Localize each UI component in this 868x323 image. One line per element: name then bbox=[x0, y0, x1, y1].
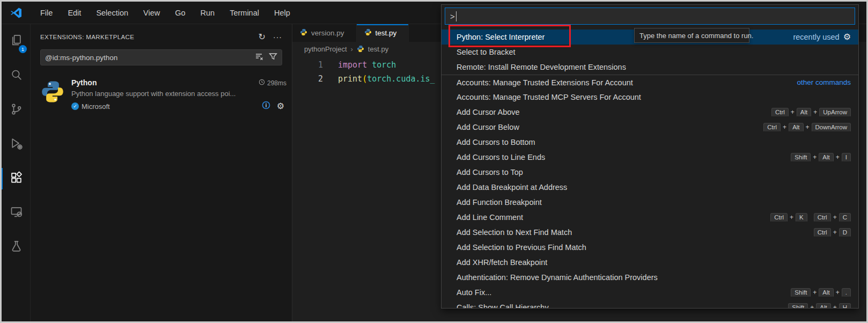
extension-search-input[interactable]: @id:ms-python.python bbox=[40, 49, 282, 65]
command-label: Select to Bracket bbox=[457, 48, 851, 56]
breadcrumb-item[interactable]: test.py bbox=[368, 45, 388, 53]
command-row[interactable]: Calls: Show Call HierarchyShift+Alt+H bbox=[442, 300, 858, 308]
menu-edit[interactable]: Edit bbox=[62, 6, 86, 19]
keybinding: Ctrl+Alt+UpArrow bbox=[771, 108, 851, 117]
configure-keybinding-gear-icon[interactable]: ⚙ bbox=[843, 33, 851, 41]
group-label: recently used⚙ bbox=[793, 33, 851, 41]
command-row[interactable]: Add Selection to Previous Find Match bbox=[442, 240, 858, 255]
command-row[interactable]: Accounts: Manage Trusted Extensions For … bbox=[442, 75, 858, 90]
command-label: Add XHR/fetch Breakpoint bbox=[457, 258, 851, 267]
filter-icon[interactable] bbox=[269, 52, 277, 63]
vscode-window: FileEditSelectionViewGoRunTerminalHelp 1… bbox=[0, 0, 868, 323]
python-extension-icon bbox=[40, 79, 65, 104]
command-row[interactable]: Add Line CommentCtrl+KCtrl+C bbox=[442, 210, 858, 225]
command-list: Python: Select Interpreterrecently used⚙… bbox=[442, 30, 858, 308]
text-caret bbox=[456, 11, 457, 21]
keybinding-chip: Ctrl bbox=[814, 213, 831, 222]
menu-help[interactable]: Help bbox=[269, 6, 296, 19]
activity-extensions[interactable] bbox=[2, 162, 31, 196]
keybinding-chip: D bbox=[839, 228, 851, 237]
keybinding-chip: Ctrl bbox=[763, 123, 781, 132]
command-row[interactable]: Add Cursors to Line EndsShift+Alt+I bbox=[442, 150, 858, 165]
keybinding: Shift+Alt+H bbox=[788, 303, 851, 309]
verified-publisher-icon: ✓ bbox=[71, 102, 79, 110]
command-row[interactable]: Authentication: Remove Dynamic Authentic… bbox=[442, 270, 858, 285]
command-label: Add Cursor Above bbox=[457, 108, 771, 116]
search-icon bbox=[9, 68, 24, 84]
extension-publisher: Microsoft bbox=[82, 102, 262, 111]
menu-selection[interactable]: Selection bbox=[91, 6, 134, 19]
command-row[interactable]: Add Cursor AboveCtrl+Alt+UpArrow bbox=[442, 105, 858, 120]
activity-testing[interactable] bbox=[2, 230, 31, 265]
tab-test-py[interactable]: test.py bbox=[357, 24, 409, 42]
command-label: Add Function Breakpoint bbox=[457, 198, 851, 207]
keybinding: Ctrl+KCtrl+C bbox=[770, 213, 851, 222]
command-row[interactable]: Add Cursors to Bottom bbox=[442, 135, 858, 150]
chevron-right-icon: › bbox=[351, 45, 353, 53]
keybinding-chip: Shift bbox=[791, 153, 811, 162]
menu-terminal[interactable]: Terminal bbox=[224, 6, 264, 19]
source-control-icon bbox=[9, 102, 24, 119]
keybinding-chip: Ctrl bbox=[770, 213, 788, 222]
keybinding-chip: Ctrl bbox=[814, 228, 831, 237]
command-row[interactable]: Add XHR/fetch Breakpoint bbox=[442, 255, 858, 270]
menu-file[interactable]: File bbox=[35, 6, 58, 19]
refresh-icon[interactable]: ↻ bbox=[259, 32, 266, 42]
code-text: print(torch.cuda.is_ bbox=[323, 74, 435, 84]
extension-name: Python bbox=[71, 78, 259, 87]
manage-extension-gear-icon[interactable]: ⚙ bbox=[277, 102, 284, 111]
activity-badge: 1 bbox=[19, 45, 27, 53]
keybinding-chip: Ctrl bbox=[771, 108, 789, 117]
keybinding-chip: Alt bbox=[819, 288, 833, 297]
command-label: Accounts: Manage Trusted MCP Servers For… bbox=[457, 93, 851, 101]
command-row[interactable]: Remote: Install Remote Development Exten… bbox=[442, 60, 858, 75]
tab-label: test.py bbox=[376, 29, 397, 37]
tab-version-py[interactable]: version.py bbox=[292, 24, 357, 42]
breadcrumb-item[interactable]: pythonProject bbox=[304, 45, 347, 53]
keybinding-chip: DownArrow bbox=[812, 123, 851, 132]
menu-view[interactable]: View bbox=[138, 6, 165, 19]
clear-search-results-icon[interactable] bbox=[255, 52, 263, 63]
search-value: @id:ms-python.python bbox=[45, 54, 255, 62]
command-palette: > Python: Select Interpreterrecently use… bbox=[441, 4, 859, 309]
command-label: Add Selection to Previous Find Match bbox=[457, 243, 851, 252]
activity-source-control[interactable] bbox=[2, 93, 31, 127]
command-label: Add Cursors to Bottom bbox=[457, 138, 851, 146]
command-row[interactable]: Add Cursor BelowCtrl+Alt+DownArrow bbox=[442, 120, 858, 135]
menu-run[interactable]: Run bbox=[195, 6, 220, 19]
keybinding-chip: Shift bbox=[788, 303, 808, 309]
command-row[interactable]: Add Selection to Next Find MatchCtrl+D bbox=[442, 225, 858, 240]
activity-search[interactable] bbox=[2, 58, 31, 93]
menu-go[interactable]: Go bbox=[170, 6, 190, 19]
command-row[interactable]: Accounts: Manage Trusted MCP Servers For… bbox=[442, 90, 858, 105]
info-icon[interactable] bbox=[262, 101, 270, 112]
sidebar-header: EXTENSIONS: MARKETPLACE ↻ ··· bbox=[31, 24, 292, 47]
command-label: Calls: Show Call Hierarchy bbox=[457, 303, 788, 308]
python-file-icon bbox=[300, 28, 307, 38]
code-text: import torch bbox=[323, 60, 396, 70]
group-label: other commands bbox=[797, 78, 851, 86]
command-row[interactable]: Add Data Breakpoint at Address bbox=[442, 180, 858, 195]
command-palette-tooltip: Type the name of a command to run. bbox=[634, 28, 749, 43]
command-label: Auto Fix... bbox=[457, 288, 791, 297]
activity-remote-explorer[interactable] bbox=[2, 196, 31, 230]
extension-list-item[interactable]: Python 298ms Python language support wit… bbox=[31, 78, 292, 112]
command-row[interactable]: Add Function Breakpoint bbox=[442, 195, 858, 210]
keybinding-chip: K bbox=[796, 213, 807, 222]
keybinding-chip: Alt bbox=[797, 108, 811, 117]
command-row[interactable]: Select to Bracket bbox=[442, 45, 858, 60]
activity-explorer[interactable]: 1 bbox=[2, 24, 31, 58]
command-row[interactable]: Auto Fix...Shift+Alt+. bbox=[442, 285, 858, 300]
command-row[interactable]: Add Cursors to Top bbox=[442, 165, 858, 180]
activity-run-debug[interactable] bbox=[2, 127, 31, 162]
activation-time: 298ms bbox=[267, 79, 286, 87]
keybinding-chip: Alt bbox=[816, 303, 830, 309]
command-input[interactable]: > bbox=[445, 8, 855, 25]
more-actions-icon[interactable]: ··· bbox=[273, 33, 282, 41]
sidebar-title: EXTENSIONS: MARKETPLACE bbox=[40, 34, 259, 40]
python-file-icon bbox=[364, 28, 372, 38]
menu-bar: FileEditSelectionViewGoRunTerminalHelp bbox=[35, 6, 296, 19]
keybinding-chip: Shift bbox=[791, 288, 811, 297]
keybinding-chip: . bbox=[842, 288, 851, 297]
keybinding: Shift+Alt+. bbox=[791, 288, 851, 297]
